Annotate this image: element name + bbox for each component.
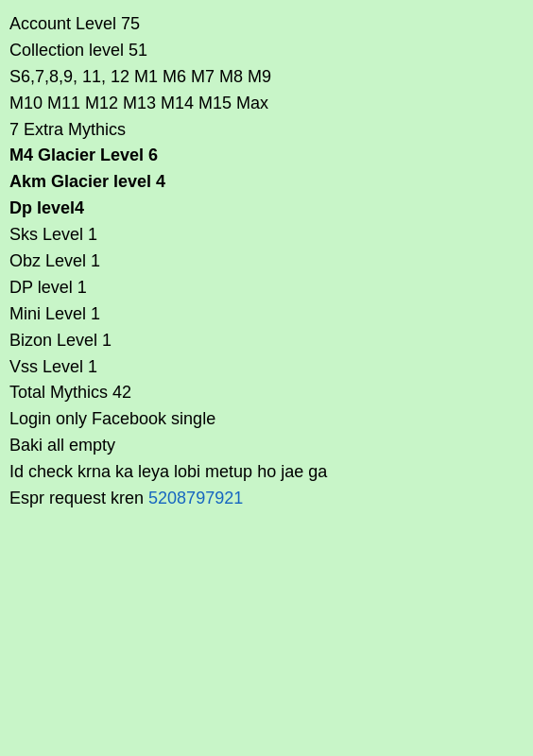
sks-level-line: Sks Level 1	[9, 222, 524, 249]
vss-level-text: Vss Level 1	[9, 357, 97, 376]
id-check-text: Id check krna ka leya lobi metup ho jae …	[9, 462, 327, 481]
collection-level-text: Collection level 51	[9, 41, 147, 60]
mini-level-line: Mini Level 1	[9, 301, 524, 328]
obz-level-line: Obz Level 1	[9, 249, 524, 275]
vss-level-line: Vss Level 1	[9, 354, 524, 381]
akm-glacier-line: Akm Glacier level 4	[9, 169, 524, 196]
total-mythics-line: Total Mythics 42	[9, 380, 524, 406]
skins-line1: S6,7,8,9, 11, 12 M1 M6 M7 M8 M9	[9, 64, 524, 91]
account-level-text: Account Level 75	[9, 14, 140, 33]
total-mythics-text: Total Mythics 42	[9, 383, 131, 402]
skins-text2: M10 M11 M12 M13 M14 M15 Max	[9, 94, 268, 112]
obz-level-text: Obz Level 1	[9, 251, 100, 270]
account-level-line: Account Level 75	[9, 11, 524, 38]
skins-line2: M10 M11 M12 M13 M14 M15 Max	[9, 91, 524, 117]
sks-level-text: Sks Level 1	[9, 225, 97, 244]
extra-mythics-line: 7 Extra Mythics	[9, 117, 524, 144]
login-info-line: Login only Facebook single	[9, 406, 524, 433]
dp-level1-line: DP level 1	[9, 275, 524, 301]
mini-level-text: Mini Level 1	[9, 304, 100, 323]
dp-level4-text: Dp level4	[9, 198, 84, 217]
akm-glacier-text: Akm Glacier level 4	[9, 172, 165, 191]
main-content: Account Level 75 Collection level 51 S6,…	[9, 11, 524, 512]
dp-level1-text: DP level 1	[9, 278, 87, 297]
skins-text1: S6,7,8,9, 11, 12 M1 M6 M7 M8 M9	[9, 67, 271, 86]
bizon-level-text: Bizon Level 1	[9, 331, 112, 350]
id-check-line: Id check krna ka leya lobi metup ho jae …	[9, 459, 524, 486]
baki-all-line: Baki all empty	[9, 433, 524, 459]
espr-request-text: Espr request kren	[9, 489, 148, 507]
m4-glacier-text: M4 Glacier Level 6	[9, 146, 158, 164]
espr-request-line: Espr request kren 5208797921	[9, 486, 524, 512]
bizon-level-line: Bizon Level 1	[9, 328, 524, 354]
extra-mythics-text: 7 Extra Mythics	[9, 120, 126, 139]
m4-glacier-line: M4 Glacier Level 6	[9, 143, 524, 169]
dp-level4-line: Dp level4	[9, 196, 524, 222]
baki-all-text: Baki all empty	[9, 436, 115, 455]
collection-level-line: Collection level 51	[9, 38, 524, 64]
phone-number[interactable]: 5208797921	[148, 489, 243, 507]
login-info-text: Login only Facebook single	[9, 409, 215, 428]
